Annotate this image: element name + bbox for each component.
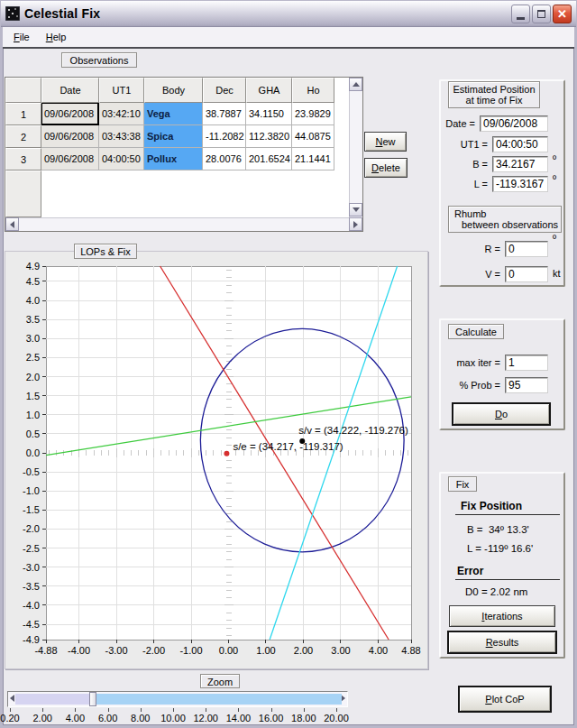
max-iter-input[interactable] — [505, 355, 548, 371]
delete-button[interactable]: Delete — [364, 158, 408, 178]
zoom-slider-scale: 0.202.004.006.008.0010.0012.0014.0016.00… — [0, 708, 370, 728]
ut1-label: UT1 = — [445, 139, 488, 150]
grid-cell-ho[interactable]: 23.9829 — [292, 103, 334, 125]
scroll-up-button[interactable] — [349, 78, 362, 91]
grid-cell-ut1[interactable]: 03:42:10 — [99, 103, 144, 125]
chart-panel: -4.88-4.00-3.00-2.00-1.000.001.002.003.0… — [5, 251, 428, 669]
close-icon: ✕ — [557, 7, 567, 21]
y-tick-label: -2.0 — [23, 523, 40, 534]
grid-cell-dec[interactable]: -11.2082 — [203, 125, 246, 148]
r-input[interactable] — [505, 241, 548, 257]
slider-tick-label: 20.00 — [316, 713, 356, 723]
x-tick-label: 0.00 — [219, 645, 238, 656]
table-vertical-scrollbar[interactable] — [349, 78, 362, 217]
row-number-2[interactable]: 2 — [5, 125, 41, 148]
results-button[interactable]: Results — [447, 631, 557, 654]
slider-fill-high — [96, 694, 342, 705]
menu-bar: File Help — [3, 27, 574, 49]
scroll-down-button[interactable] — [349, 203, 362, 217]
grid-cell-body[interactable]: Pollux — [144, 148, 203, 170]
ut1-input[interactable] — [492, 136, 548, 152]
v-label: V = — [445, 269, 500, 280]
observations-table-body: DateUT1BodyDecGHAHo109/06/200803:42:10Ve… — [5, 78, 362, 170]
estimated-position-label-line2: at time of Fix — [449, 95, 539, 106]
observations-table: DateUT1BodyDecGHAHo109/06/200803:42:10Ve… — [5, 77, 363, 232]
column-header-date[interactable]: Date — [41, 78, 99, 103]
window-title: Celestial Fix — [24, 6, 509, 21]
b-input[interactable] — [492, 156, 548, 172]
scroll-right-button[interactable] — [349, 217, 362, 231]
iterations-button[interactable]: Iterations — [449, 605, 555, 627]
date-input[interactable] — [480, 115, 548, 132]
row-number-3[interactable]: 3 — [5, 148, 41, 170]
fix-label: Fix — [448, 476, 477, 492]
arrow-right-icon — [341, 695, 349, 702]
y-tick-label: 0.0 — [26, 447, 40, 458]
grid-cell-gha[interactable]: 112.3820 — [246, 125, 292, 148]
grid-cell-dec[interactable]: 28.0076 — [203, 148, 246, 170]
menu-item-file[interactable]: File — [5, 29, 38, 45]
new-button[interactable]: New — [364, 132, 407, 152]
prob-input[interactable] — [505, 377, 548, 393]
grid-cell-body[interactable]: Vega — [144, 103, 203, 125]
column-header-ut1[interactable]: UT1 — [99, 78, 144, 103]
grid-cell-date[interactable]: 09/06/2008 — [41, 125, 99, 148]
y-tick-label: 3.0 — [26, 333, 40, 344]
zoom-section-label: Zoom — [200, 674, 240, 688]
minimize-button[interactable] — [511, 5, 530, 23]
table-horizontal-scrollbar[interactable] — [5, 217, 362, 231]
slider-tick — [336, 708, 337, 712]
scroll-left-button[interactable] — [5, 217, 19, 231]
grid-cell-ho[interactable]: 21.1441 — [292, 148, 334, 170]
row-number-1[interactable]: 1 — [5, 103, 41, 125]
x-tick-label: 1.00 — [256, 645, 275, 656]
x-tick-label: -3.00 — [105, 645, 127, 656]
slider-tick — [238, 708, 239, 712]
do-button[interactable]: Do — [452, 402, 551, 426]
column-header-dec[interactable]: Dec — [203, 78, 246, 103]
close-button[interactable]: ✕ — [553, 5, 572, 23]
table-corner-cell — [5, 78, 41, 103]
plot-cop-button[interactable]: Plot CoP — [458, 686, 552, 713]
slider-thumb[interactable] — [89, 692, 96, 706]
v-unit: kt — [553, 268, 561, 279]
grid-cell-gha[interactable]: 201.6524 — [246, 148, 292, 170]
grid-cell-date[interactable]: 09/06/2008 — [41, 148, 99, 170]
observations-section-label: Observations — [61, 52, 137, 68]
table-row: 309/06/200804:00:50Pollux28.0076201.6524… — [5, 148, 362, 170]
slider-tick — [141, 708, 142, 712]
column-header-body[interactable]: Body — [144, 78, 203, 103]
grid-cell-body[interactable]: Spica — [144, 125, 203, 148]
y-tick-label: -0.5 — [23, 466, 40, 477]
app-icon — [5, 6, 20, 21]
menu-item-help[interactable]: Help — [38, 29, 75, 45]
y-tick-label: 2.0 — [26, 372, 40, 382]
grid-cell-ut1[interactable]: 03:43:38 — [99, 125, 144, 148]
y-tick-label: -4.5 — [23, 619, 40, 630]
rhumb-label: Rhumb between observations — [448, 206, 562, 233]
v-input[interactable] — [505, 266, 548, 282]
slider-tick — [108, 708, 109, 712]
rhumb-label-line2: between observations — [449, 219, 561, 230]
x-tick-label: -4.88 — [34, 645, 57, 656]
grid-cell-gha[interactable]: 34.1150 — [246, 103, 292, 125]
y-tick-label: -3.0 — [23, 562, 40, 573]
y-tick-label: 4.9 — [26, 261, 40, 272]
date-label: Date = — [445, 118, 475, 129]
grid-cell-dec[interactable]: 38.7887 — [203, 103, 246, 125]
grid-cell-ho[interactable]: 44.0875 — [292, 125, 334, 148]
fix-position-heading: Fix Position — [455, 500, 560, 515]
slider-tick — [42, 708, 43, 712]
table-header-row: DateUT1BodyDecGHAHo — [5, 78, 362, 103]
grid-cell-date[interactable]: 09/06/2008 — [41, 103, 99, 125]
l-input[interactable] — [492, 176, 548, 192]
r-unit: º — [553, 233, 556, 244]
zoom-slider[interactable] — [7, 691, 348, 707]
maximize-button[interactable] — [532, 5, 551, 23]
slider-left-arrow[interactable] — [10, 695, 14, 702]
y-tick-label: -4.9 — [23, 634, 40, 645]
column-header-gha[interactable]: GHA — [246, 78, 292, 103]
error-heading: Error — [455, 565, 560, 580]
grid-cell-ut1[interactable]: 04:00:50 — [99, 148, 144, 170]
column-header-ho[interactable]: Ho — [292, 78, 334, 103]
